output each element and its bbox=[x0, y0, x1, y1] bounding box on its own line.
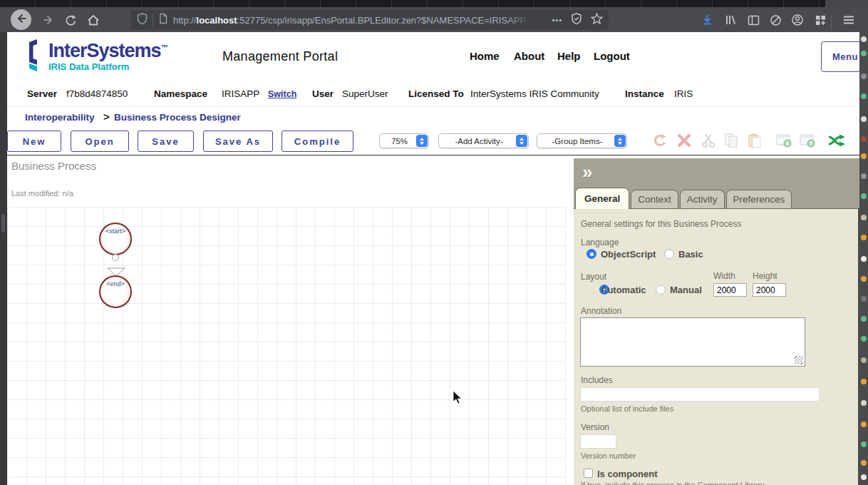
desktop-dock-strip bbox=[859, 32, 868, 485]
active-browser-tab[interactable] bbox=[825, 0, 868, 7]
version-input[interactable] bbox=[580, 434, 616, 449]
account-icon[interactable] bbox=[791, 14, 804, 26]
breadcrumb-separator: > bbox=[103, 111, 110, 123]
height-input[interactable] bbox=[753, 283, 786, 297]
layout-manual-radio[interactable] bbox=[656, 285, 666, 295]
tracking-shield-icon[interactable] bbox=[571, 13, 582, 28]
server-value: f7b8d4874850 bbox=[66, 88, 128, 99]
undo-icon[interactable] bbox=[651, 132, 668, 149]
paste-icon[interactable] bbox=[746, 132, 763, 149]
select-stepper-icon bbox=[516, 135, 527, 147]
nav-link-logout[interactable]: Logout bbox=[594, 50, 630, 62]
logo-subtitle: IRIS Data Platform bbox=[48, 61, 167, 72]
dock-app-icon bbox=[861, 235, 867, 240]
window-edge-left bbox=[0, 32, 7, 485]
is-component-checkbox[interactable] bbox=[584, 469, 593, 478]
permissions-shield-icon[interactable] bbox=[137, 13, 148, 28]
language-objectscript-radio[interactable] bbox=[587, 249, 596, 259]
connector-port[interactable] bbox=[112, 254, 119, 261]
language-objectscript-label[interactable]: ObjectScript bbox=[601, 249, 656, 260]
url-bar[interactable]: http://localhost:52775/csp/irisapp/EnsPo… bbox=[131, 10, 609, 30]
nav-link-help[interactable]: Help bbox=[557, 50, 581, 62]
extensions-icon[interactable] bbox=[814, 14, 827, 26]
new-button[interactable]: New bbox=[7, 131, 61, 152]
nav-link-home[interactable]: Home bbox=[470, 50, 500, 62]
save-button[interactable]: Save bbox=[138, 131, 194, 152]
browser-tab-strip[interactable] bbox=[0, 0, 868, 7]
page-title: Management Portal bbox=[222, 49, 338, 64]
dock-app-icon bbox=[861, 116, 867, 122]
menu-button[interactable]: Menu bbox=[821, 41, 859, 72]
bookmark-star-icon[interactable] bbox=[591, 13, 603, 27]
start-node-label: <start> bbox=[100, 228, 130, 235]
panel-heading: General settings for this Business Proce… bbox=[581, 219, 741, 229]
language-basic-radio[interactable] bbox=[664, 249, 674, 259]
screen: http://localhost:52775/csp/irisapp/EnsPo… bbox=[0, 0, 868, 485]
is-component-label[interactable]: Is component bbox=[597, 469, 658, 479]
dock-app-icon bbox=[861, 153, 867, 159]
dock-app-icon bbox=[861, 379, 867, 384]
diagram-canvas[interactable] bbox=[7, 207, 566, 485]
copy-icon[interactable] bbox=[723, 132, 740, 149]
import-icon[interactable] bbox=[799, 132, 816, 149]
version-label: Version bbox=[581, 422, 609, 432]
tab-activity[interactable]: Activity bbox=[680, 190, 725, 209]
width-input[interactable] bbox=[713, 283, 747, 297]
includes-input[interactable] bbox=[580, 387, 820, 402]
dock-app-icon bbox=[861, 276, 867, 282]
textarea-resize-grip[interactable] bbox=[795, 356, 803, 364]
tab-context[interactable]: Context bbox=[631, 190, 678, 209]
add-activity-select[interactable]: -Add Activity- bbox=[438, 133, 529, 148]
open-button[interactable]: Open bbox=[71, 131, 129, 152]
compile-button[interactable]: Compile bbox=[281, 131, 353, 152]
reload-icon[interactable] bbox=[64, 14, 77, 26]
includes-label: Includes bbox=[581, 375, 613, 385]
settings-panel: » General Context Activity Preferences G… bbox=[574, 158, 859, 485]
user-value: SuperUser bbox=[342, 88, 388, 99]
end-node[interactable]: <end> bbox=[99, 275, 132, 308]
back-button[interactable] bbox=[11, 9, 31, 30]
layout-manual-label[interactable]: Manual bbox=[670, 285, 702, 295]
editor-toolbar: New Open Save Save As Compile 75% -Add A… bbox=[7, 127, 859, 155]
group-swap-icon[interactable] bbox=[827, 132, 844, 149]
content-blocker-icon[interactable] bbox=[769, 14, 782, 26]
layout-automatic-label[interactable]: Automatic bbox=[601, 285, 646, 295]
tab-preferences[interactable]: Preferences bbox=[726, 190, 792, 209]
browser-toolbar: http://localhost:52775/csp/irisapp/EnsPo… bbox=[0, 7, 868, 32]
dock-app-icon bbox=[861, 93, 867, 99]
nav-link-about[interactable]: About bbox=[514, 50, 544, 62]
export-icon[interactable] bbox=[775, 132, 792, 149]
collapse-panel-icon[interactable]: » bbox=[582, 161, 592, 183]
zoom-select[interactable]: 75% bbox=[379, 133, 429, 148]
forward-icon[interactable] bbox=[41, 14, 54, 26]
sidebar-icon[interactable] bbox=[747, 14, 760, 26]
menu-icon[interactable] bbox=[842, 14, 855, 26]
tab-general[interactable]: General bbox=[575, 188, 629, 209]
save-as-button[interactable]: Save As bbox=[203, 131, 273, 152]
is-component-hint: If true, include this process in the Com… bbox=[581, 481, 764, 485]
includes-hint: Optional list of include files bbox=[581, 404, 673, 413]
download-icon[interactable] bbox=[701, 14, 713, 26]
url-divider bbox=[153, 14, 153, 26]
group-items-select[interactable]: -Group Items- bbox=[537, 133, 627, 148]
delete-icon[interactable] bbox=[676, 132, 693, 149]
home-icon[interactable] bbox=[87, 14, 100, 26]
page-actions-icon[interactable]: ••• bbox=[552, 16, 562, 24]
intersystems-logo[interactable]: InterSystems™ IRIS Data Platform bbox=[26, 38, 167, 72]
instance-label: Instance bbox=[625, 88, 664, 99]
dock-app-icon bbox=[861, 51, 867, 56]
dock-app-icon bbox=[861, 36, 867, 42]
url-text[interactable]: http://localhost:52775/csp/irisapp/EnsPo… bbox=[173, 15, 547, 26]
breadcrumb-interoperability[interactable]: Interoperability bbox=[25, 112, 95, 123]
licensed-label: Licensed To bbox=[408, 88, 464, 99]
height-label: Height bbox=[753, 271, 777, 281]
cut-icon[interactable] bbox=[700, 132, 717, 149]
language-basic-label[interactable]: Basic bbox=[678, 249, 703, 260]
dock-app-icon bbox=[861, 316, 867, 322]
switch-namespace-link[interactable]: Switch bbox=[268, 89, 296, 99]
dock-app-icon bbox=[861, 296, 867, 302]
annotation-textarea[interactable] bbox=[580, 317, 805, 367]
start-node[interactable]: <start> bbox=[99, 223, 132, 255]
library-icon[interactable] bbox=[724, 14, 737, 26]
page-info-icon[interactable] bbox=[158, 13, 168, 27]
